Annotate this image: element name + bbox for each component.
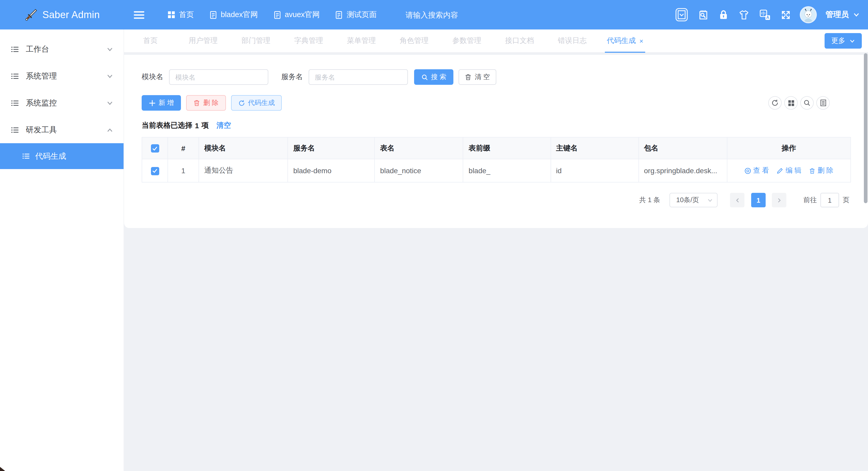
top-nav-test[interactable]: 测试页面 <box>335 10 377 20</box>
selection-clear-link[interactable]: 清空 <box>217 121 231 130</box>
row-actions: 查 看 编 辑 <box>732 166 845 175</box>
clear-button-label: 清 空 <box>474 72 490 82</box>
lock-icon[interactable] <box>719 9 728 20</box>
more-button[interactable]: 更多 <box>825 33 862 49</box>
chevron-down-icon <box>106 46 113 53</box>
search-button[interactable]: 搜 索 <box>414 69 454 85</box>
delete-link[interactable]: 删 除 <box>809 166 834 175</box>
delete-link-label: 删 除 <box>817 166 834 175</box>
col-header-prefix: 表前缀 <box>463 137 551 159</box>
app-root: Saber Admin 首页 <box>0 0 868 471</box>
code-generate-button[interactable]: 代码生成 <box>231 95 282 111</box>
close-icon[interactable]: × <box>639 37 643 44</box>
tab-role-management[interactable]: 角色管理 <box>388 29 440 52</box>
document-icon <box>209 10 217 19</box>
device-preview-button[interactable] <box>675 8 688 22</box>
col-header-table: 表名 <box>375 137 463 159</box>
page-tabbar: 首页 用户管理 部门管理 字典管理 菜单管理 角色管理 参数管理 接口文档 错误… <box>124 29 868 53</box>
topbar-main: 首页 bladex官网 avuex官 <box>124 0 868 29</box>
table-header-row: # 模块名 服务名 表名 表前缀 主键名 包名 操作 <box>142 137 851 159</box>
sidebar-item-dev-tools[interactable]: 研发工具 <box>0 116 124 143</box>
svg-text:中: 中 <box>761 11 766 16</box>
col-header-actions: 操作 <box>727 137 851 159</box>
sidebar-subitem-label: 代码生成 <box>35 151 66 161</box>
debug-tools-icon[interactable] <box>698 9 709 21</box>
user-name: 管理员 <box>826 10 849 20</box>
search-toggle-button[interactable] <box>800 96 814 109</box>
cell-service: blade-demo <box>288 159 375 182</box>
add-button[interactable]: 新 增 <box>142 95 181 111</box>
brand-logo[interactable]: Saber Admin <box>0 0 124 29</box>
prev-page-button[interactable] <box>730 193 744 207</box>
goto-page-input[interactable] <box>820 193 839 207</box>
cell-table-name: blade_notice <box>375 159 463 182</box>
add-button-label: 新 增 <box>158 98 174 107</box>
scrollbar-thumb[interactable] <box>864 53 867 203</box>
plus-icon <box>149 99 155 106</box>
view-link[interactable]: 查 看 <box>744 166 769 175</box>
user-menu[interactable]: 管理员 <box>826 10 860 20</box>
table-toolbar <box>768 96 830 109</box>
global-search-input[interactable] <box>406 10 483 19</box>
top-nav-avuex[interactable]: avuex官网 <box>273 10 319 20</box>
action-row: 新 增 删 除 代码生成 <box>142 95 851 111</box>
tab-code-generation-active[interactable]: 代码生成 × <box>599 29 651 52</box>
log-button[interactable] <box>816 96 830 109</box>
document-icon <box>335 10 343 19</box>
tab-api-docs[interactable]: 接口文档 <box>493 29 546 52</box>
pencil-icon <box>777 167 783 174</box>
service-name-label: 服务名 <box>281 72 303 82</box>
delete-button[interactable]: 删 除 <box>186 95 226 111</box>
trash-icon <box>193 99 200 106</box>
user-avatar[interactable] <box>801 7 816 22</box>
chevron-down-icon <box>106 73 113 80</box>
page-size-select[interactable]: 10条/页 <box>670 193 718 207</box>
column-settings-button[interactable] <box>784 96 798 109</box>
table-row[interactable]: 1 通知公告 blade-demo blade_notice blade_ id… <box>142 159 851 182</box>
tab-home[interactable]: 首页 <box>124 29 177 52</box>
chevron-down-icon <box>707 197 713 203</box>
sidebar-item-label: 系统监控 <box>26 98 57 108</box>
language-icon[interactable]: 中 A <box>760 9 771 21</box>
refresh-icon <box>238 99 245 106</box>
row-checkbox[interactable] <box>151 167 159 175</box>
top-nav-bladex[interactable]: bladex官网 <box>209 10 258 20</box>
clear-button[interactable]: 清 空 <box>459 69 496 85</box>
module-name-label: 模块名 <box>142 72 163 82</box>
sidebar-item-code-generation[interactable]: 代码生成 <box>0 143 124 169</box>
fullscreen-icon[interactable] <box>781 9 791 20</box>
service-name-input[interactable] <box>309 69 408 85</box>
top-nav-bladex-label: bladex官网 <box>221 10 258 20</box>
top-nav: 首页 bladex官网 avuex官 <box>167 10 377 20</box>
theme-icon[interactable] <box>738 9 750 20</box>
topbar: Saber Admin 首页 <box>0 0 868 29</box>
current-page-button[interactable]: 1 <box>751 193 766 207</box>
tab-dept-management[interactable]: 部门管理 <box>229 29 282 52</box>
code-generate-button-label: 代码生成 <box>248 98 275 107</box>
tab-dict-management[interactable]: 字典管理 <box>282 29 335 52</box>
sidebar-item-workbench[interactable]: 工作台 <box>0 36 124 63</box>
col-header-index: # <box>168 137 199 159</box>
selection-suffix: 项 <box>202 121 209 130</box>
module-name-input[interactable] <box>169 69 268 85</box>
search-button-label: 搜 索 <box>431 72 446 82</box>
edit-link[interactable]: 编 辑 <box>777 166 802 175</box>
sidebar-item-label: 系统管理 <box>26 71 57 81</box>
sword-icon <box>24 8 38 22</box>
tab-param-management[interactable]: 参数管理 <box>440 29 493 52</box>
top-nav-home[interactable]: 首页 <box>167 10 194 20</box>
cell-primary-key: id <box>551 159 639 182</box>
refresh-button[interactable] <box>768 96 782 109</box>
tab-menu-management[interactable]: 菜单管理 <box>335 29 388 52</box>
next-page-button[interactable] <box>772 193 786 207</box>
menu-collapse-icon[interactable] <box>133 9 145 21</box>
chevron-down-icon <box>849 38 855 44</box>
sidebar-item-system-management[interactable]: 系统管理 <box>0 63 124 89</box>
view-icon <box>744 167 751 174</box>
list-icon <box>10 125 19 134</box>
select-all-checkbox[interactable] <box>151 144 159 153</box>
tab-user-management[interactable]: 用户管理 <box>177 29 229 52</box>
pagination-total: 共 1 条 <box>639 195 660 205</box>
sidebar-item-system-monitor[interactable]: 系统监控 <box>0 89 124 116</box>
tab-error-log[interactable]: 错误日志 <box>546 29 599 52</box>
